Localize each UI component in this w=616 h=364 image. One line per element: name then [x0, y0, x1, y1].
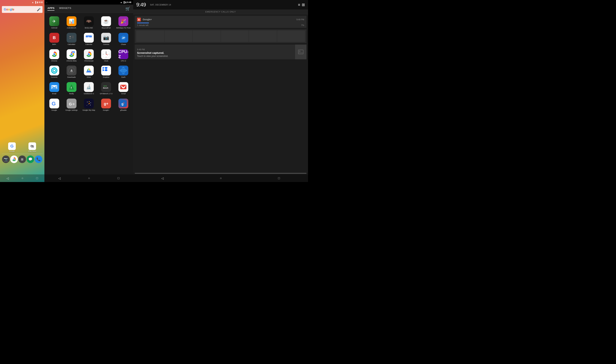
nav-bar-home: ◁ ○ □ [0, 174, 44, 182]
app-greader[interactable]: g R gReader [115, 97, 132, 113]
app-cpuz-label: CPU-Z [121, 60, 126, 62]
thumb-5 [249, 30, 277, 42]
notif-status-icons: ≡ ⊞ [298, 2, 305, 7]
home-app-playstore-label: Play Store [28, 150, 36, 152]
app-chromecast[interactable]: Chromecast [81, 48, 97, 64]
app-airdroid-label: AirDroid [51, 27, 57, 29]
app-downloads[interactable]: Downloads [63, 64, 80, 80]
floating-icons: G Google 🛍 Play Store [0, 142, 44, 152]
app-geekbench[interactable]: 🔬 Geekbench 3 [81, 80, 97, 96]
app-drawer: ↓ ▲ ▐ ▮ 9:48 APPS WIDGETS 🛒 ✈ AirDroid [44, 0, 133, 182]
app-cpuz[interactable]: CPU-Z CPU-Z [115, 48, 132, 64]
dock-chrome[interactable] [10, 156, 18, 163]
svg-point-37 [54, 70, 55, 71]
home-app-playstore[interactable]: 🛍 Play Store [28, 142, 36, 152]
svg-point-89 [299, 51, 300, 52]
app-beyondpod-label: BeyondPod [102, 27, 111, 29]
app-gfxbench[interactable]: GFX Bench GFXBench 2.7.0 [98, 80, 114, 96]
apps-battery-icon: ▮ [125, 1, 126, 4]
svg-text:31: 31 [88, 36, 89, 38]
home-button[interactable]: ○ [21, 177, 23, 180]
svg-text:JP: JP [122, 36, 125, 39]
tab-widgets[interactable]: WIDGETS [59, 7, 71, 11]
microphone-icon[interactable]: 🎤 [37, 8, 41, 11]
app-drive[interactable]: Drive [81, 64, 97, 80]
app-earth-label: Earth [122, 76, 126, 78]
svg-marker-45 [86, 71, 92, 72]
dock-phone[interactable]: 📞 [35, 156, 42, 163]
app-currents[interactable]: Currents [46, 64, 62, 80]
app-gfxbench-label: GFXBench 2.7.0 [100, 93, 112, 95]
apps-back-button[interactable]: ◁ [58, 177, 61, 180]
status-bar-home: ▲ ▐ ▮ 8:02 [0, 0, 44, 5]
dock-hangouts[interactable]: 💬 [27, 156, 34, 163]
notif-recents-button[interactable]: □ [278, 177, 280, 180]
app-androbench[interactable]: 📊 AndroBench [63, 15, 80, 30]
notif-back-button[interactable]: ◁ [161, 177, 164, 180]
app-birthdays-label: Birthdays For Pure [116, 27, 131, 29]
svg-text:G: G [52, 101, 56, 106]
app-email-label: Email [52, 93, 56, 95]
notif-home-button[interactable]: ○ [220, 177, 222, 180]
google-logo: Google [4, 8, 14, 11]
play-store-icon[interactable]: 🛒 [125, 6, 130, 11]
app-gmail[interactable]: Gmail [115, 80, 132, 96]
app-email[interactable]: Email [46, 80, 62, 96]
notif-screenshot-title: Screenshot captured. [137, 51, 293, 55]
app-chase[interactable]: JP Chase [115, 31, 132, 47]
home-app-google[interactable]: G Google [8, 142, 16, 152]
app-bofa-label: BofA [52, 43, 56, 46]
notif-screenshot-thumbnail [295, 45, 306, 59]
app-feedly[interactable]: f feedly [63, 80, 80, 96]
app-google[interactable]: G Google [46, 97, 62, 113]
notif-progress-bar [137, 23, 149, 23]
notification-thumbnail-strip [135, 29, 306, 43]
notification-panel: 9:49 SAT, DECEMBER 14 ≡ ⊞ EMERGENCY CALL… [133, 0, 308, 182]
app-badland[interactable]: 🦇 BADLAND [81, 15, 97, 30]
apps-home-button[interactable]: ○ [88, 177, 90, 180]
svg-text:GFX: GFX [103, 85, 107, 87]
app-chromebeta[interactable]: BETA Chrome Beta [63, 48, 80, 64]
svg-marker-48 [103, 67, 104, 69]
recents-button[interactable]: □ [36, 177, 38, 180]
dock-row: 📷 ⊞ 💬 📞 [0, 156, 44, 163]
scroll-indicator [135, 173, 306, 174]
back-button[interactable]: ◁ [6, 177, 9, 180]
app-birthdays[interactable]: 🎉 Birthdays For Pure [115, 15, 132, 30]
app-calculator[interactable]: + − Calculator [63, 31, 80, 47]
app-googleskymap[interactable]: Google Sky Map [81, 97, 97, 113]
notif-googleplus-time: 9:49 PM [296, 18, 304, 21]
google-search-bar[interactable]: Google 🎤 [2, 6, 42, 13]
dock-app-drawer[interactable]: ⊞ [18, 156, 26, 163]
notif-header-googleplus: Google+ 9:49 PM [135, 16, 306, 23]
app-clock[interactable]: Clock [98, 48, 114, 64]
thumb-4 [221, 30, 249, 42]
tab-apps[interactable]: APPS [47, 7, 55, 11]
svg-rect-87 [298, 50, 303, 54]
apps-recents-button[interactable]: □ [118, 177, 120, 180]
app-beyondpod[interactable]: ☕ BeyondPod [98, 15, 114, 30]
app-airdroid[interactable]: ✈ AirDroid [46, 15, 62, 30]
svg-point-74 [89, 101, 90, 102]
app-bofa[interactable]: B BofA [46, 31, 62, 47]
app-googlesettings[interactable]: G ⚙ Google Settings [63, 97, 80, 113]
app-dropbox[interactable]: Dropbox [98, 64, 114, 80]
svg-point-78 [87, 105, 87, 106]
status-bar-apps: ↓ ▲ ▐ ▮ 9:48 [44, 0, 133, 5]
home-time: 8:02 [39, 1, 43, 3]
nav-bar-apps: ◁ ○ □ [44, 174, 133, 182]
notification-screenshot[interactable]: 9:48 PM Screenshot captured. Touch to vi… [135, 45, 306, 59]
app-earth[interactable]: Earth [115, 64, 132, 80]
app-googleplus[interactable]: g+ Google+ [98, 97, 114, 113]
svg-point-3 [14, 159, 15, 160]
notification-googleplus-download[interactable]: Google+ 9:49 PM 1 minute left 7% [135, 16, 306, 28]
app-chrome[interactable]: Chrome [46, 48, 62, 64]
svg-marker-46 [104, 69, 108, 71]
app-camera[interactable]: 📷 Camera [98, 31, 114, 47]
thumb-1 [136, 30, 164, 42]
svg-text:−: − [70, 38, 71, 39]
thumb-3 [193, 30, 220, 42]
app-calendar[interactable]: 31 Calendar [81, 31, 97, 47]
signal-icon: ▐ [35, 1, 36, 3]
dock-camera[interactable]: 📷 [2, 156, 10, 163]
